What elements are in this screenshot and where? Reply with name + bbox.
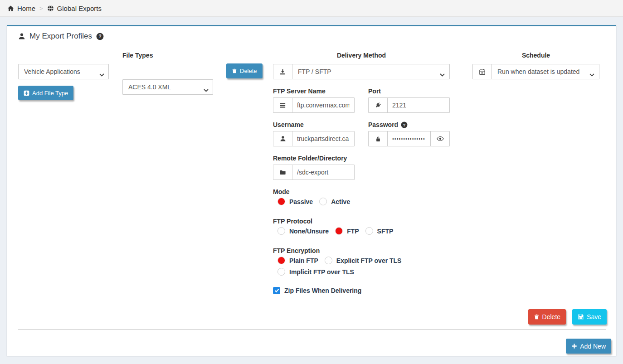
add-file-type-button[interactable]: Add File Type (18, 86, 73, 100)
schedule-header: Schedule (472, 52, 599, 59)
footer-divider (18, 329, 606, 330)
download-icon (273, 64, 292, 79)
username-group (273, 131, 355, 146)
add-file-type-label: Add File Type (32, 90, 68, 97)
radio-unselected-icon (277, 268, 285, 276)
plus-square-icon (24, 90, 29, 96)
delivery-method-select[interactable]: FTP / SFTP (292, 64, 449, 79)
ftp-encryption-radio-row2: Implicit FTP over TLS (277, 268, 354, 276)
radio-protocol-none[interactable]: None/Unsure (277, 227, 329, 235)
user-icon (273, 131, 292, 146)
zip-files-label: Zip Files When Delivering (284, 287, 361, 294)
lock-icon (369, 131, 388, 146)
radio-selected-icon (277, 198, 285, 205)
delete-profile-button[interactable]: Delete (528, 309, 566, 325)
home-icon (7, 5, 14, 12)
ftp-protocol-label: FTP Protocol (273, 218, 312, 225)
file-type-select-wrap: ACES 4.0 XML (122, 79, 213, 95)
delete-profile-label: Delete (542, 313, 560, 320)
breadcrumb-current-label: Global Exports (57, 5, 102, 12)
password-group (368, 131, 450, 146)
breadcrumb-home[interactable]: Home (7, 5, 35, 12)
panel-heading: My Export Profiles ? (18, 32, 104, 41)
add-new-label: Add New (580, 343, 606, 350)
help-icon[interactable]: ? (96, 33, 104, 40)
server-icon (273, 98, 292, 112)
globe-icon (47, 5, 54, 12)
eye-icon[interactable] (430, 131, 449, 146)
breadcrumb-separator: > (39, 5, 43, 12)
plus-icon (571, 343, 577, 349)
trash-icon (534, 314, 540, 320)
user-icon (18, 33, 25, 40)
folder-icon (273, 165, 292, 180)
port-group (368, 97, 450, 113)
remote-folder-group (273, 165, 355, 180)
radio-unselected-icon (277, 227, 285, 235)
file-type-select[interactable]: ACES 4.0 XML (122, 79, 213, 95)
mode-label: Mode (273, 188, 290, 195)
radio-unselected-icon (325, 257, 332, 264)
radio-protocol-ftp[interactable]: FTP (335, 227, 359, 235)
ftp-encryption-label: FTP Encryption (273, 247, 320, 254)
profile-actions: Delete Save (528, 309, 607, 325)
profile-select-wrap: Vehicle Applications (18, 64, 109, 79)
mode-radio-group: Passive Active (277, 198, 350, 205)
ftp-server-label: FTP Server Name (273, 87, 326, 95)
page-title: My Export Profiles (29, 32, 92, 41)
radio-encryption-plain[interactable]: Plain FTP (277, 257, 318, 264)
radio-encryption-explicit-tls[interactable]: Explicit FTP over TLS (325, 257, 402, 264)
username-label: Username (273, 121, 304, 128)
zip-files-checkbox-row[interactable]: Zip Files When Delivering (273, 287, 361, 294)
schedule-group: Run when dataset is updated (472, 64, 599, 79)
username-input[interactable] (292, 131, 354, 146)
radio-mode-active[interactable]: Active (319, 198, 350, 205)
breadcrumb: Home > Global Exports (0, 0, 623, 17)
radio-mode-passive[interactable]: Passive (277, 198, 313, 205)
svg-text:?: ? (98, 34, 101, 39)
file-types-header: File Types (122, 52, 153, 59)
radio-unselected-icon (365, 227, 373, 235)
breadcrumb-home-label[interactable]: Home (17, 5, 35, 12)
delete-file-type-button[interactable]: Delete (226, 63, 263, 78)
delivery-method-select-wrap: FTP / SFTP (292, 64, 449, 79)
checkbox-checked-icon[interactable] (273, 287, 280, 294)
help-icon[interactable]: ? (401, 121, 408, 128)
radio-selected-icon (277, 257, 285, 264)
ftp-protocol-radio-group: None/Unsure FTP SFTP (277, 227, 393, 235)
password-label: Password ? (368, 121, 408, 128)
save-button[interactable]: Save (572, 309, 607, 325)
ftp-server-input[interactable] (292, 98, 354, 112)
remote-folder-input[interactable] (292, 165, 354, 180)
remote-folder-label: Remote Folder/Directory (273, 155, 347, 162)
delivery-method-header: Delivery Method (273, 52, 450, 59)
radio-encryption-implicit-tls[interactable]: Implicit FTP over TLS (277, 268, 354, 276)
radio-unselected-icon (319, 198, 327, 205)
svg-text:?: ? (403, 122, 405, 127)
schedule-select-wrap: Run when dataset is updated (492, 64, 599, 79)
password-label-text: Password (368, 121, 398, 128)
delete-file-type-label: Delete (240, 68, 257, 74)
ftp-server-group (273, 97, 355, 113)
delivery-method-group: FTP / SFTP (273, 64, 450, 79)
add-new-button[interactable]: Add New (566, 339, 611, 354)
export-profiles-panel: My Export Profiles ? Vehicle Application… (7, 25, 616, 356)
schedule-select[interactable]: Run when dataset is updated (492, 64, 599, 79)
port-input[interactable] (388, 98, 449, 112)
password-input[interactable] (388, 131, 430, 146)
calendar-icon (473, 64, 492, 79)
ftp-encryption-radio-row1: Plain FTP Explicit FTP over TLS (277, 257, 401, 264)
trash-icon (232, 68, 237, 74)
profile-select[interactable]: Vehicle Applications (18, 64, 109, 79)
radio-selected-icon (335, 227, 343, 235)
plug-icon (369, 98, 388, 112)
breadcrumb-current: Global Exports (47, 5, 102, 12)
save-floppy-icon (578, 314, 584, 320)
radio-protocol-sftp[interactable]: SFTP (365, 227, 394, 235)
save-label: Save (587, 313, 601, 320)
port-label: Port (368, 87, 381, 95)
